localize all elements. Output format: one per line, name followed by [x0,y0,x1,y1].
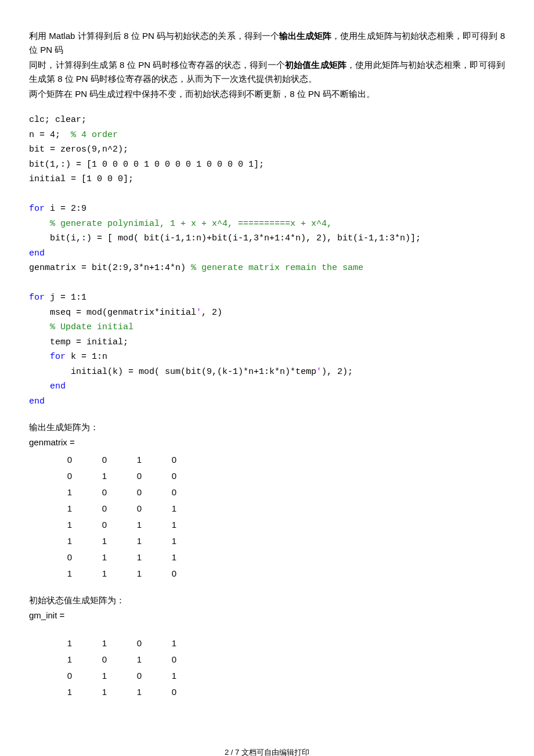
table-cell: 1 [157,668,192,684]
table-cell: 1 [52,501,87,517]
code-line: bit = zeros(9,n^2); [29,145,128,154]
table-cell: 0 [87,501,122,517]
code-keyword: for [29,352,66,362]
code-keyword: end [29,249,45,258]
matrix-name-1: genmatrix = [29,435,505,449]
table-row: 0111 [52,549,192,566]
code-line: bit(i,:) = [ mod( bit(i-1,1:n)+bit(i-1,3… [29,233,421,243]
code-line: i = 2:9 [45,204,86,214]
code-line: initial = [1 0 0 0]; [29,174,134,184]
code-line: j = 1:1 [45,293,86,303]
code-block: clc; clear; n = 4; % 4 order bit = zeros… [29,113,505,409]
code-comment: % Update initial [29,322,134,332]
table-cell: 0 [122,635,157,651]
table-cell: 0 [157,484,192,501]
table-row: 1111 [52,533,192,549]
code-line: ), 2); [322,367,353,377]
paragraph-2: 同时，计算得到生成第 8 位 PN 码时移位寄存器的状态，得到一个初始值生成矩阵… [29,58,505,86]
code-line: genmatrix = bit(2:9,3*n+1:4*n) [29,263,191,273]
code-line: clc; clear; [29,115,86,125]
table-cell: 0 [122,668,157,684]
table-cell: 0 [122,484,157,501]
table-cell: 0 [157,651,192,668]
table-cell: 0 [157,684,192,700]
text: 两个矩阵在 PN 码生成过程中保持不变，而初始状态得到不断更新，8 位 PN 码… [29,89,375,99]
table-row: 1001 [52,501,192,517]
table-cell: 1 [52,533,87,549]
table-cell: 0 [157,452,192,468]
gm-init-table: 1101101001011110 [52,635,192,700]
table-cell: 1 [122,566,157,582]
table-cell: 1 [122,549,157,566]
table-cell: 0 [122,468,157,484]
table-cell: 1 [52,566,87,582]
table-row: 0101 [52,668,192,684]
table-cell: 1 [157,501,192,517]
genmatrix-table: 00100100100010011011111101111110 [52,452,192,582]
code-string: ' [196,308,201,318]
table-row: 1010 [52,651,192,668]
table-cell: 1 [87,533,122,549]
table-cell: 0 [52,468,87,484]
table-row: 0100 [52,468,192,484]
table-cell: 1 [52,484,87,501]
table-row: 0010 [52,452,192,468]
table-cell: 1 [122,517,157,533]
code-line: bit(1,:) = [1 0 0 0 0 1 0 0 0 0 1 0 0 0 … [29,160,264,170]
code-keyword: for [29,204,45,214]
table-row: 1101 [52,635,192,651]
output-label-1: 输出生成矩阵为： [29,420,505,434]
table-cell: 1 [157,549,192,566]
code-line: n = 4; [29,130,71,140]
code-string: ' [316,367,322,377]
code-comment: % 4 order [71,130,118,140]
text: 利用 Matlab 计算得到后 8 位 PN 码与初始状态的关系，得到一个 [29,31,279,41]
table-cell: 1 [87,549,122,566]
table-cell: 0 [157,468,192,484]
table-cell: 0 [52,452,87,468]
table-cell: 1 [52,651,87,668]
code-keyword: end [29,381,66,391]
table-cell: 0 [52,549,87,566]
table-cell: 1 [87,566,122,582]
table-cell: 0 [157,566,192,582]
matrix-name-2: gm_init = [29,609,505,622]
table-cell: 0 [87,517,122,533]
table-cell: 1 [157,517,192,533]
page-footer: 2 / 7 文档可自由编辑打印 [29,747,505,756]
code-line: , 2) [201,308,222,318]
code-line: mseq = mod(genmatrix*initial [29,308,196,318]
table-cell: 1 [122,452,157,468]
table-cell: 0 [87,651,122,668]
table-row: 1110 [52,684,192,700]
table-cell: 1 [52,684,87,700]
code-keyword: end [29,397,45,406]
code-comment: % generate matrix remain the same [191,263,363,273]
code-comment: % generate polynimial, 1 + x + x^4, ====… [29,219,332,229]
table-row: 1011 [52,517,192,533]
table-cell: 0 [122,501,157,517]
table-cell: 1 [87,635,122,651]
table-cell: 1 [52,517,87,533]
table-cell: 1 [87,684,122,700]
code-line: initial(k) = mod( sum(bit(9,(k-1)*n+1:k*… [29,367,316,377]
table-cell: 0 [52,668,87,684]
table-cell: 1 [157,533,192,549]
code-keyword: for [29,293,45,303]
table-cell: 1 [157,635,192,651]
table-cell: 1 [122,684,157,700]
table-cell: 1 [52,635,87,651]
table-row: 1110 [52,566,192,582]
output-label-2: 初始状态值生成矩阵为： [29,593,505,607]
text: 同时，计算得到生成第 8 位 PN 码时移位寄存器的状态，得到一个 [29,60,285,70]
bold-text: 输出生成矩阵 [279,31,331,41]
table-cell: 1 [87,468,122,484]
table-cell: 1 [122,651,157,668]
table-row: 1000 [52,484,192,501]
bold-text: 初始值生成矩阵 [285,60,347,70]
table-cell: 0 [87,484,122,501]
paragraph-1: 利用 Matlab 计算得到后 8 位 PN 码与初始状态的关系，得到一个输出生… [29,29,505,57]
table-cell: 1 [122,533,157,549]
paragraph-3: 两个矩阵在 PN 码生成过程中保持不变，而初始状态得到不断更新，8 位 PN 码… [29,87,505,101]
code-line: k = 1:n [66,352,107,362]
